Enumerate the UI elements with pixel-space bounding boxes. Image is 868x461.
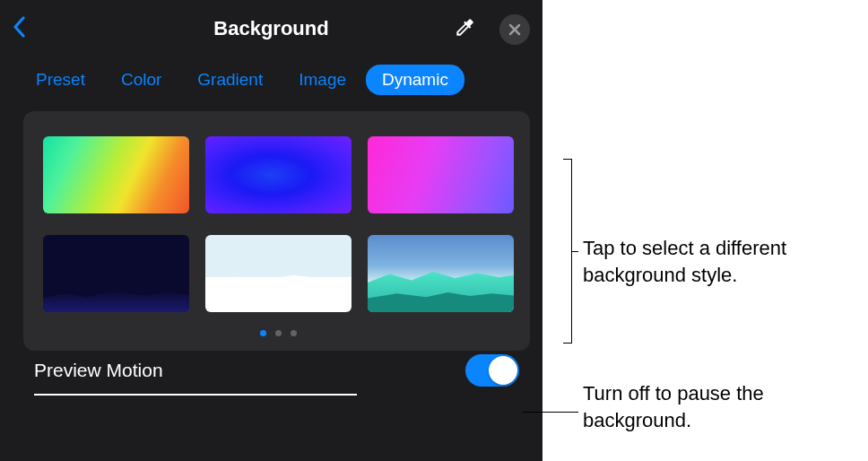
background-type-tabs: Preset Color Gradient Image Dynamic bbox=[0, 57, 542, 108]
tab-dynamic[interactable]: Dynamic bbox=[366, 65, 464, 95]
eyedropper-icon bbox=[453, 16, 476, 39]
chevron-left-icon bbox=[13, 16, 25, 38]
dynamic-bg-pink-purple[interactable] bbox=[368, 136, 514, 213]
panel-header: Background bbox=[0, 0, 542, 57]
close-button[interactable] bbox=[499, 14, 530, 45]
background-grid bbox=[43, 136, 514, 312]
dynamic-bg-white-sky[interactable] bbox=[205, 235, 352, 312]
dynamic-backgrounds-content bbox=[23, 111, 530, 351]
preview-motion-toggle[interactable] bbox=[465, 354, 519, 387]
dynamic-bg-blue[interactable] bbox=[205, 136, 352, 213]
tab-color[interactable]: Color bbox=[105, 65, 178, 95]
tab-gradient[interactable]: Gradient bbox=[181, 65, 279, 95]
dynamic-bg-dark-hills[interactable] bbox=[43, 235, 189, 312]
callout-bracket-styles bbox=[563, 159, 572, 344]
pagination-dots bbox=[43, 312, 514, 351]
preview-motion-row: Preview Motion bbox=[0, 351, 542, 387]
tab-preset[interactable]: Preset bbox=[20, 65, 101, 95]
background-panel: Background Preset Color Gradient Image D… bbox=[0, 0, 542, 461]
callout-text-toggle: Turn off to pause the background. bbox=[583, 380, 868, 433]
eyedropper-button[interactable] bbox=[453, 16, 476, 39]
preview-motion-label: Preview Motion bbox=[34, 360, 163, 381]
callout-line-toggle bbox=[523, 412, 578, 413]
callout-text-styles: Tap to select a different background sty… bbox=[583, 235, 868, 288]
back-button[interactable] bbox=[13, 16, 32, 41]
dynamic-bg-rainbow[interactable] bbox=[43, 136, 189, 213]
annotation-callouts: Tap to select a different background sty… bbox=[545, 0, 868, 461]
page-dot-1[interactable] bbox=[260, 330, 266, 336]
panel-title: Background bbox=[213, 17, 328, 40]
close-icon bbox=[508, 23, 521, 36]
dynamic-bg-teal-mountains[interactable] bbox=[368, 235, 514, 312]
toggle-knob bbox=[489, 356, 517, 385]
page-dot-2[interactable] bbox=[275, 330, 282, 336]
page-dot-3[interactable] bbox=[291, 330, 297, 336]
divider bbox=[34, 394, 357, 396]
tab-image[interactable]: Image bbox=[282, 65, 362, 95]
callout-line-styles bbox=[572, 251, 578, 252]
